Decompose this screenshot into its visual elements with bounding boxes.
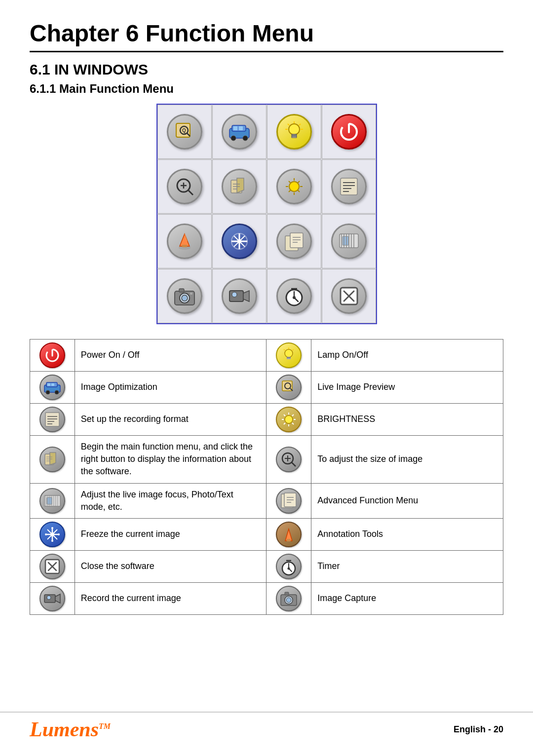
svg-line-33 [289,181,291,183]
grid-cell-annotate[interactable] [157,214,212,268]
tbl-icon-format[interactable] [39,407,65,432]
icon-cell-adv [266,483,311,518]
grid-cell-zoom[interactable] [157,159,212,214]
tbl-icon-focus[interactable] [39,488,65,514]
grid-icon-focus[interactable] [331,224,367,259]
label-format: Set up the recording format [75,404,266,436]
svg-line-110 [292,415,294,416]
tbl-icon-power[interactable] [39,342,65,368]
svg-line-87 [293,349,294,350]
title-divider [30,51,503,52]
svg-rect-93 [47,383,50,386]
tbl-icon-brightness[interactable] [276,407,302,432]
svg-rect-85 [287,358,291,359]
label-focus: Adjust the live image focus, Photo/Text … [75,483,266,518]
svg-marker-70 [243,291,249,302]
svg-point-7 [243,136,248,141]
svg-point-157 [286,598,291,603]
svg-line-36 [289,190,291,192]
svg-rect-67 [179,289,184,292]
icon-cell-annotate [266,518,311,550]
svg-line-35 [298,181,300,183]
svg-line-109 [292,423,294,424]
icon-cell-lamp [266,340,311,372]
tbl-icon-zoom[interactable] [276,447,302,472]
grid-cell-focus[interactable] [322,214,376,268]
tbl-icon-timer[interactable] [276,554,302,579]
icon-grid: Q [156,104,377,324]
grid-icon-car[interactable] [222,114,257,150]
svg-text:Q: Q [182,128,186,133]
icon-cell-timer [266,550,311,582]
svg-point-71 [232,292,237,297]
grid-cell-video[interactable] [212,269,266,323]
grid-icon-zoom[interactable] [167,169,202,204]
grid-cell-search[interactable]: Q [157,105,212,159]
function-grid: Q [30,104,503,324]
svg-point-103 [285,416,293,423]
tbl-icon-adv[interactable] [276,488,302,514]
svg-point-77 [293,296,296,299]
icon-cell-format [30,404,75,436]
grid-cell-power[interactable] [322,105,376,159]
tbl-icon-lamp[interactable] [276,342,302,368]
svg-point-10 [289,124,300,135]
grid-icon-search[interactable]: Q [167,114,202,150]
grid-cell-camera[interactable] [157,269,212,323]
label-lamp: Lamp On/Off [311,340,503,372]
tbl-icon-close[interactable] [39,554,65,579]
tbl-icon-record[interactable] [39,586,65,611]
svg-point-66 [182,295,188,301]
icon-cell-zoom [266,436,311,484]
icon-cell-power [30,340,75,372]
grid-cell-freeze[interactable] [212,214,266,268]
grid-icon-freeze[interactable] [222,224,257,259]
grid-cell-car[interactable] [212,105,266,159]
svg-point-141 [45,533,47,535]
grid-cell-format[interactable] [322,159,376,214]
grid-icon-annotate[interactable] [167,224,202,259]
grid-cell-menu[interactable] [212,159,266,214]
svg-point-6 [231,136,236,141]
grid-cell-brightness[interactable] [267,159,321,214]
section-title: 6.1 IN WINDOWS [30,61,503,78]
tbl-icon-freeze[interactable] [39,522,65,547]
grid-icon-format[interactable] [331,169,367,204]
label-brightness: BRIGHTNESS [311,404,503,436]
svg-point-139 [51,527,53,529]
icon-cell-close [30,550,75,582]
svg-marker-153 [55,594,60,603]
tbl-icon-car[interactable] [39,375,65,400]
grid-icon-lamp[interactable] [276,114,312,150]
tbl-icon-capture[interactable] [276,586,302,611]
lumens-logo-tm: TM [99,722,111,730]
grid-icon-close[interactable] [331,278,367,314]
svg-rect-37 [341,178,357,195]
grid-icon-camera[interactable] [167,278,202,314]
grid-icon-menu[interactable] [222,169,257,204]
grid-cell-timer[interactable] [267,269,321,323]
icon-cell-focus [30,483,75,518]
svg-rect-98 [45,413,59,426]
tbl-icon-annotate[interactable] [276,522,302,547]
tbl-icon-menu[interactable] [39,447,65,472]
tbl-icon-search[interactable] [276,375,302,400]
svg-point-138 [50,532,54,536]
grid-icon-copy[interactable] [276,224,312,259]
grid-icon-video[interactable] [222,278,257,314]
svg-rect-94 [51,383,54,386]
svg-rect-11 [292,134,297,136]
svg-rect-84 [287,357,291,358]
svg-rect-143 [287,539,291,541]
grid-cell-lamp[interactable] [267,105,321,159]
grid-icon-power[interactable] [331,114,367,150]
svg-rect-158 [285,592,289,595]
svg-rect-52 [290,233,303,248]
svg-line-15 [288,124,289,125]
label-freeze: Freeze the current image [75,518,266,550]
grid-cell-copy[interactable] [267,214,321,268]
grid-cell-close[interactable] [322,269,376,323]
grid-icon-timer[interactable] [276,278,312,314]
table-row: Power On / Off Lamp On/Off [30,340,503,372]
grid-icon-brightness[interactable] [276,169,312,204]
